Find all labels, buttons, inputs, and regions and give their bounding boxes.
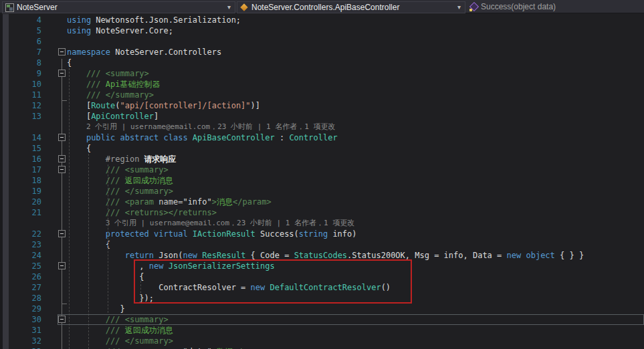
annotation-red-box bbox=[134, 259, 412, 304]
fold-collapse-icon[interactable] bbox=[58, 316, 66, 323]
code-line[interactable]: 29 } bbox=[0, 304, 644, 314]
code-line[interactable]: 21 /// <returns></returns> bbox=[0, 207, 644, 218]
code-text[interactable]: /// Api基础控制器 bbox=[67, 79, 160, 90]
line-number: 11 bbox=[0, 90, 41, 100]
code-line[interactable]: 7namespace NoteServer.Controllers bbox=[0, 47, 644, 57]
line-number: 13 bbox=[0, 111, 41, 122]
type-dropdown[interactable]: NoteServer.Controllers.ApiBaseController… bbox=[237, 1, 465, 13]
fold-collapse-icon[interactable] bbox=[58, 155, 66, 162]
member-dropdown-label: Success(object data) bbox=[481, 2, 556, 11]
line-number: 16 bbox=[0, 154, 41, 164]
code-text[interactable]: { bbox=[67, 57, 72, 68]
fold-collapse-icon[interactable] bbox=[58, 70, 66, 77]
code-line[interactable]: 10 /// Api基础控制器 bbox=[0, 79, 644, 90]
line-number: 20 bbox=[0, 197, 41, 207]
code-text[interactable]: /// 返回成功消息 bbox=[67, 175, 173, 186]
class-icon bbox=[240, 3, 249, 12]
codelens-line: 3 个引用 | username@email.com，23 小时前 | 1 名作… bbox=[0, 218, 644, 229]
code-line[interactable]: 11 /// </summary> bbox=[0, 90, 644, 100]
code-text[interactable]: } bbox=[67, 304, 125, 314]
line-number: 26 bbox=[0, 271, 41, 282]
code-line[interactable]: 19 /// </summary> bbox=[0, 186, 644, 197]
line-number: 19 bbox=[0, 186, 41, 197]
code-line[interactable]: 16 #region 请求响应 bbox=[0, 154, 644, 164]
line-number: 22 bbox=[0, 229, 41, 239]
code-line[interactable]: 8{ bbox=[0, 57, 644, 68]
code-text[interactable]: [Route("api/[controller]/[action]")] bbox=[67, 100, 260, 111]
code-line[interactable]: 20 /// <param name="info">消息</param> bbox=[0, 197, 644, 207]
line-number: 28 bbox=[0, 293, 41, 304]
line-number: 10 bbox=[0, 79, 41, 90]
code-line[interactable]: 31 /// 返回成功消息 bbox=[0, 325, 644, 336]
code-line[interactable]: 5using NoteServer.Core; bbox=[0, 25, 644, 36]
code-text[interactable]: /// <param name="info">消息</param> bbox=[67, 197, 272, 207]
line-number: 33 bbox=[0, 346, 41, 349]
fold-collapse-icon[interactable] bbox=[58, 230, 66, 237]
chevron-down-icon[interactable]: ▾ bbox=[457, 3, 461, 11]
line-number: 4 bbox=[0, 15, 41, 25]
code-line[interactable]: 9 /// <summary> bbox=[0, 68, 644, 79]
line-number: 15 bbox=[0, 143, 41, 154]
code-text[interactable]: #region 请求响应 bbox=[67, 154, 177, 164]
line-number: 32 bbox=[0, 336, 41, 346]
code-text[interactable]: /// <param name="data">数据</param> bbox=[67, 346, 272, 349]
code-text[interactable]: { bbox=[67, 143, 91, 154]
code-line[interactable]: 12 [Route("api/[controller]/[action]")] bbox=[0, 100, 644, 111]
fold-collapse-icon[interactable] bbox=[58, 262, 66, 269]
line-number: 9 bbox=[0, 68, 41, 79]
line-number: 18 bbox=[0, 175, 41, 186]
current-line-highlight bbox=[58, 314, 644, 325]
code-line[interactable]: 30 /// <summary> bbox=[0, 314, 644, 325]
code-line[interactable]: 18 /// 返回成功消息 bbox=[0, 175, 644, 186]
code-text[interactable]: [ApiController] bbox=[67, 111, 158, 122]
visual-studio-editor: NoteServer ▾ NoteServer.Controllers.ApiB… bbox=[0, 0, 644, 349]
code-line[interactable]: 22 protected virtual IActionResult Succe… bbox=[0, 229, 644, 239]
member-dropdown[interactable]: Success(object data) bbox=[467, 1, 556, 13]
line-number: 25 bbox=[0, 261, 41, 271]
navigation-bar: NoteServer ▾ NoteServer.Controllers.ApiB… bbox=[0, 0, 644, 13]
code-text[interactable]: public abstract class ApiBaseController … bbox=[67, 132, 338, 143]
line-number: 5 bbox=[0, 25, 41, 36]
line-number: 14 bbox=[0, 132, 41, 143]
code-text[interactable]: /// </summary> bbox=[67, 90, 154, 100]
fold-collapse-icon[interactable] bbox=[58, 48, 66, 55]
code-line[interactable]: 4using Newtonsoft.Json.Serialization; bbox=[0, 15, 644, 25]
project-dropdown-label: NoteServer bbox=[17, 3, 58, 12]
indent-guide bbox=[108, 164, 108, 313]
line-number: 17 bbox=[0, 164, 41, 175]
code-line[interactable]: 33 /// <param name="data">数据</param> bbox=[0, 346, 644, 349]
method-icon bbox=[469, 3, 478, 11]
code-line[interactable]: 6 bbox=[0, 36, 644, 47]
code-line[interactable]: 13 [ApiController] bbox=[0, 111, 644, 122]
line-number: 29 bbox=[0, 304, 41, 314]
line-number: 30 bbox=[0, 314, 41, 325]
fold-collapse-icon[interactable] bbox=[58, 134, 66, 141]
code-line[interactable]: 15 { bbox=[0, 143, 644, 154]
type-dropdown-label: NoteServer.Controllers.ApiBaseController bbox=[251, 3, 399, 12]
line-number: 21 bbox=[0, 207, 41, 218]
code-text[interactable]: using NoteServer.Core; bbox=[67, 25, 173, 36]
line-number: 31 bbox=[0, 325, 41, 336]
code-text[interactable]: { bbox=[67, 271, 144, 282]
code-text[interactable]: protected virtual IActionResult Success(… bbox=[67, 229, 357, 239]
codelens-info[interactable]: 2 个引用 | username@email.com，23 小时前 | 1 名作… bbox=[86, 122, 336, 132]
code-line[interactable]: 17 /// <summary> bbox=[0, 164, 644, 175]
code-line[interactable]: 32 /// </summary> bbox=[0, 336, 644, 346]
code-text[interactable]: using Newtonsoft.Json.Serialization; bbox=[67, 15, 241, 25]
code-text[interactable]: /// </summary> bbox=[67, 336, 173, 346]
codelens-info[interactable]: 3 个引用 | username@email.com，23 小时前 | 1 名作… bbox=[106, 218, 355, 229]
chevron-down-icon[interactable]: ▾ bbox=[227, 3, 231, 11]
outlining-end-tick bbox=[62, 304, 67, 304]
code-text[interactable]: namespace NoteServer.Controllers bbox=[67, 47, 221, 57]
fold-collapse-icon[interactable] bbox=[58, 166, 66, 173]
code-line[interactable]: 14 public abstract class ApiBaseControll… bbox=[0, 132, 644, 143]
code-text[interactable]: /// 返回成功消息 bbox=[67, 325, 173, 336]
code-text[interactable]: /// </summary> bbox=[67, 186, 173, 197]
code-text[interactable]: /// <summary> bbox=[67, 68, 149, 79]
code-line[interactable]: 23 { bbox=[0, 239, 644, 250]
code-text[interactable]: /// <returns></returns> bbox=[67, 207, 217, 218]
line-number: 7 bbox=[0, 47, 41, 57]
outlining-line bbox=[62, 59, 62, 349]
code-text[interactable]: /// <summary> bbox=[67, 164, 169, 175]
project-dropdown[interactable]: NoteServer ▾ bbox=[2, 1, 235, 13]
